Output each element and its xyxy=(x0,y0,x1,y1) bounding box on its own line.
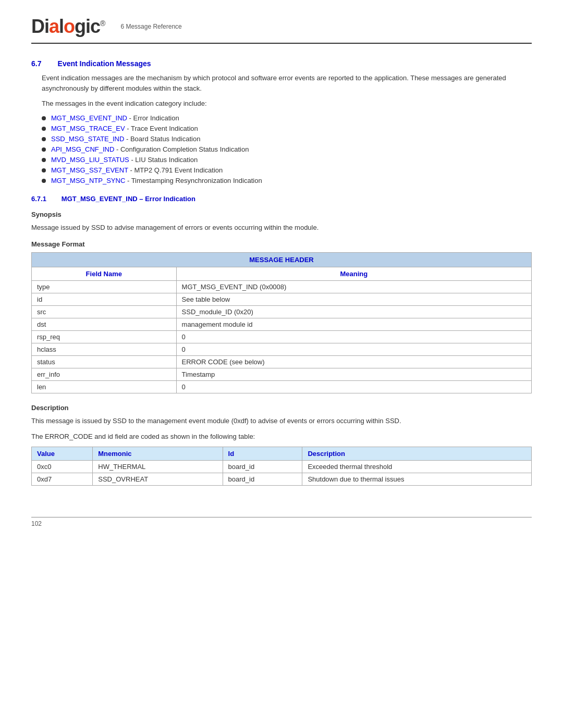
col-header-meaning: Meaning xyxy=(176,267,531,281)
desc-text-1: This message is issued by SSD to the man… xyxy=(31,416,532,426)
page-container: Dialogic® 6 Message Reference 6.7 Event … xyxy=(0,0,563,559)
field-err-info: err_info xyxy=(32,368,177,381)
page-footer: 102 xyxy=(31,517,532,527)
dialogic-logo: Dialogic® xyxy=(31,16,105,38)
meaning-err-info: Timestamp xyxy=(176,368,531,381)
table-row: type MGT_MSG_EVENT_IND (0x0008) xyxy=(32,281,532,293)
meaning-hclass: 0 xyxy=(176,343,531,356)
section-671-number: 6.7.1 xyxy=(31,195,46,203)
synopsis-text: Message issued by SSD to advise manageme… xyxy=(31,223,532,233)
err-value-1: 0xd7 xyxy=(32,473,93,486)
list-item: MGT_MSG_TRACE_EV - Trace Event Indicatio… xyxy=(42,125,532,132)
table-row: rsp_req 0 xyxy=(32,331,532,343)
section-67: 6.7 Event Indication Messages Event indi… xyxy=(31,59,532,184)
list-item: MGT_MSG_NTP_SYNC - Timestamping Resynchr… xyxy=(42,177,532,184)
bullet-list: MGT_MSG_EVENT_IND - Error Indication MGT… xyxy=(42,114,532,184)
bullet-link-3[interactable]: API_MSG_CNF_IND xyxy=(51,145,114,153)
bullet-link-1[interactable]: MGT_MSG_TRACE_EV xyxy=(51,125,125,132)
field-id: id xyxy=(32,293,177,306)
meaning-len: 0 xyxy=(176,381,531,393)
bullet-icon xyxy=(42,127,46,131)
field-status: status xyxy=(32,356,177,368)
err-id-0: board_id xyxy=(223,461,302,473)
err-col-id: Id xyxy=(223,447,302,461)
error-code-table: Value Mnemonic Id Description 0xc0 HW_TH… xyxy=(31,447,532,486)
bullet-icon xyxy=(42,147,46,152)
section-67-intro2: The messages in the event indication cat… xyxy=(42,98,532,109)
meaning-src: SSD_module_ID (0x20) xyxy=(176,306,531,318)
err-desc-1: Shutdown due to thermal issues xyxy=(302,473,532,486)
bullet-link-6[interactable]: MGT_MSG_NTP_SYNC xyxy=(51,177,125,184)
page-header: Dialogic® 6 Message Reference xyxy=(31,16,532,44)
table-row: src SSD_module_ID (0x20) xyxy=(32,306,532,318)
field-dst: dst xyxy=(32,318,177,331)
error-table-body: 0xc0 HW_THERMAL board_id Exceeded therma… xyxy=(32,461,532,486)
err-value-0: 0xc0 xyxy=(32,461,93,473)
section-671-title: MGT_MSG_EVENT_IND – Error Indication xyxy=(62,195,195,203)
list-item: MVD_MSG_LIU_STATUS - LIU Status Indicati… xyxy=(42,156,532,164)
field-hclass: hclass xyxy=(32,343,177,356)
table-row: dst management module id xyxy=(32,318,532,331)
bullet-icon xyxy=(42,168,46,172)
page-number: 102 xyxy=(31,520,42,527)
section-671: 6.7.1 MGT_MSG_EVENT_IND – Error Indicati… xyxy=(31,195,532,486)
meaning-id: See table below xyxy=(176,293,531,306)
field-type: type xyxy=(32,281,177,293)
list-item: MGT_MSG_SS7_EVENT - MTP2 Q.791 Event Ind… xyxy=(42,166,532,174)
bullet-link-4[interactable]: MVD_MSG_LIU_STATUS xyxy=(51,156,129,164)
message-header-table: MESSAGE HEADER Field Name Meaning type M… xyxy=(31,252,532,393)
msgformat-label: Message Format xyxy=(31,240,532,248)
err-id-1: board_id xyxy=(223,473,302,486)
err-col-value: Value xyxy=(32,447,93,461)
list-item: SSD_MSG_STATE_IND - Board Status Indicat… xyxy=(42,135,532,143)
table-header-cell: MESSAGE HEADER xyxy=(32,253,532,267)
col-header-field: Field Name xyxy=(32,267,177,281)
field-len: len xyxy=(32,381,177,393)
section-67-number: 6.7 xyxy=(31,59,41,68)
table-row: 0xc0 HW_THERMAL board_id Exceeded therma… xyxy=(32,461,532,473)
bullet-icon xyxy=(42,116,46,120)
synopsis-label: Synopsis xyxy=(31,211,532,218)
section-67-intro1: Event indication messages are the mechan… xyxy=(42,73,532,93)
bullet-icon xyxy=(42,137,46,141)
table-row: len 0 xyxy=(32,381,532,393)
meaning-status: ERROR CODE (see below) xyxy=(176,356,531,368)
bullet-link-5[interactable]: MGT_MSG_SS7_EVENT xyxy=(51,166,128,174)
list-item: MGT_MSG_EVENT_IND - Error Indication xyxy=(42,114,532,122)
field-src: src xyxy=(32,306,177,318)
message-table-body: type MGT_MSG_EVENT_IND (0x0008) id See t… xyxy=(32,281,532,393)
err-mnemonic-1: SSD_OVRHEAT xyxy=(93,473,223,486)
err-col-mnemonic: Mnemonic xyxy=(93,447,223,461)
section-671-heading: 6.7.1 MGT_MSG_EVENT_IND – Error Indicati… xyxy=(31,195,532,203)
header-subtitle: 6 Message Reference xyxy=(120,23,181,30)
bullet-icon xyxy=(42,179,46,183)
meaning-rsp-req: 0 xyxy=(176,331,531,343)
table-row: 0xd7 SSD_OVRHEAT board_id Shutdown due t… xyxy=(32,473,532,486)
table-row: id See table below xyxy=(32,293,532,306)
list-item: API_MSG_CNF_IND - Configuration Completi… xyxy=(42,145,532,153)
meaning-dst: management module id xyxy=(176,318,531,331)
meaning-type: MGT_MSG_EVENT_IND (0x0008) xyxy=(176,281,531,293)
field-rsp-req: rsp_req xyxy=(32,331,177,343)
bullet-link-2[interactable]: SSD_MSG_STATE_IND xyxy=(51,135,124,143)
err-mnemonic-0: HW_THERMAL xyxy=(93,461,223,473)
bullet-link-0[interactable]: MGT_MSG_EVENT_IND xyxy=(51,114,127,122)
bullet-icon xyxy=(42,158,46,162)
description-label: Description xyxy=(31,404,532,412)
desc-text-2: The ERROR_CODE and id field are coded as… xyxy=(31,431,532,442)
table-row: err_info Timestamp xyxy=(32,368,532,381)
section-67-title: Event Indication Messages xyxy=(58,59,151,68)
error-table-header-row: Value Mnemonic Id Description xyxy=(32,447,532,461)
section-67-heading: 6.7 Event Indication Messages xyxy=(31,59,532,68)
table-row: status ERROR CODE (see below) xyxy=(32,356,532,368)
table-row: hclass 0 xyxy=(32,343,532,356)
err-desc-0: Exceeded thermal threshold xyxy=(302,461,532,473)
err-col-description: Description xyxy=(302,447,532,461)
